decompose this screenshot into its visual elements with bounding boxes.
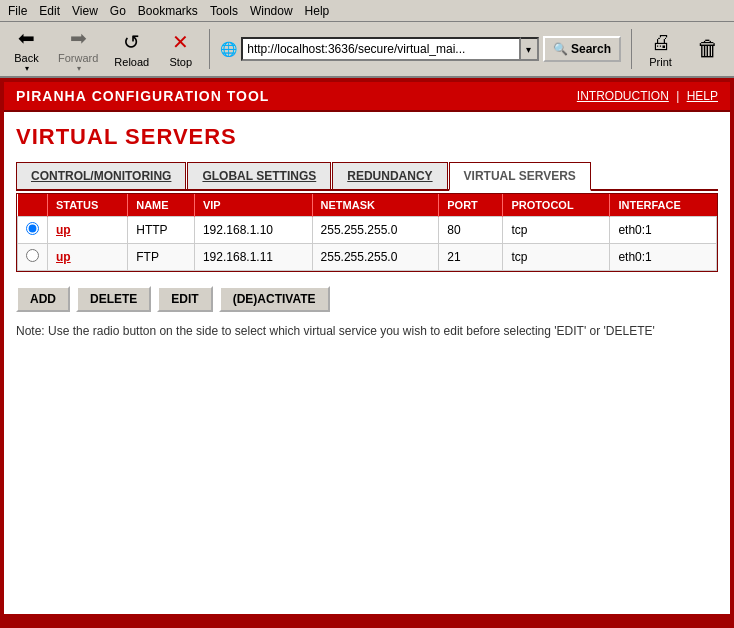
add-button[interactable]: ADD — [16, 286, 70, 312]
menubar: File Edit View Go Bookmarks Tools Window… — [0, 0, 734, 22]
intro-link[interactable]: INTRODUCTION — [577, 89, 669, 103]
brand-name: PIRANHA — [16, 88, 87, 104]
trash-icon: 🗑 — [697, 36, 719, 62]
menu-edit[interactable]: Edit — [33, 2, 66, 20]
virtual-servers-table: STATUS NAME VIP NETMASK PORT PROTOCOL IN… — [17, 194, 717, 271]
trash-button[interactable]: 🗑 — [685, 25, 730, 73]
page-content: VIRTUAL SERVERS CONTROL/MONITORING GLOBA… — [4, 112, 730, 614]
col-radio — [18, 194, 48, 217]
action-buttons: ADD DELETE EDIT (DE)ACTIVATE — [16, 286, 718, 312]
cell-name: FTP — [128, 244, 195, 271]
table-row: up FTP 192.168.1.11 255.255.255.0 21 tcp… — [18, 244, 717, 271]
stop-label: Stop — [169, 56, 192, 68]
back-label: Back — [14, 52, 38, 64]
cell-port: 80 — [439, 217, 503, 244]
menu-help[interactable]: Help — [299, 2, 336, 20]
link-separator: | — [676, 89, 679, 103]
toolbar-separator-2 — [631, 29, 632, 69]
tab-global-settings[interactable]: GLOBAL SETTINGS — [187, 162, 331, 189]
app-title: PIRANHA CONFIGURATION TOOL — [16, 88, 269, 104]
cell-name: HTTP — [128, 217, 195, 244]
col-interface: INTERFACE — [610, 194, 717, 217]
help-link[interactable]: HELP — [687, 89, 718, 103]
cell-protocol: tcp — [503, 217, 610, 244]
stop-icon: ✕ — [172, 30, 189, 54]
menu-go[interactable]: Go — [104, 2, 132, 20]
title-rest: CONFIGURATION TOOL — [87, 88, 270, 104]
back-arrow-icon: ▾ — [25, 64, 29, 73]
menu-tools[interactable]: Tools — [204, 2, 244, 20]
note-text: Note: Use the radio button on the side t… — [16, 322, 718, 340]
menu-bookmarks[interactable]: Bookmarks — [132, 2, 204, 20]
toolbar-separator — [209, 29, 210, 69]
cell-vip: 192.168.1.10 — [194, 217, 312, 244]
virtual-servers-table-container: STATUS NAME VIP NETMASK PORT PROTOCOL IN… — [16, 193, 718, 272]
col-status: STATUS — [48, 194, 128, 217]
cell-interface: eth0:1 — [610, 244, 717, 271]
cell-vip: 192.168.1.11 — [194, 244, 312, 271]
tab-redundancy[interactable]: REDUNDANCY — [332, 162, 447, 189]
row-radio-1[interactable] — [26, 249, 39, 262]
table-row: up HTTP 192.168.1.10 255.255.255.0 80 tc… — [18, 217, 717, 244]
status-value[interactable]: up — [56, 250, 71, 264]
edit-button[interactable]: EDIT — [157, 286, 212, 312]
header-links: INTRODUCTION | HELP — [577, 89, 718, 103]
menu-window[interactable]: Window — [244, 2, 299, 20]
back-icon: ⬅ — [18, 26, 35, 50]
reload-button[interactable]: ↺ Reload — [107, 25, 156, 73]
back-button[interactable]: ⬅ Back ▾ — [4, 25, 49, 73]
radio-cell[interactable] — [18, 217, 48, 244]
forward-button[interactable]: ➡ Forward ▾ — [51, 25, 105, 73]
content-area: PIRANHA CONFIGURATION TOOL INTRODUCTION … — [4, 82, 730, 624]
col-name: NAME — [128, 194, 195, 217]
col-netmask: NETMASK — [312, 194, 439, 217]
tab-control-monitoring[interactable]: CONTROL/MONITORING — [16, 162, 186, 189]
col-port: PORT — [439, 194, 503, 217]
address-icon: 🌐 — [220, 41, 237, 57]
tab-virtual-servers[interactable]: VIRTUAL SERVERS — [449, 162, 591, 191]
addressbar: 🌐 ▾ 🔍 Search — [220, 35, 621, 63]
status-value[interactable]: up — [56, 223, 71, 237]
cell-interface: eth0:1 — [610, 217, 717, 244]
col-vip: VIP — [194, 194, 312, 217]
search-label: Search — [571, 42, 611, 56]
print-icon: 🖨 — [651, 31, 671, 54]
print-button[interactable]: 🖨 Print — [638, 25, 683, 73]
forward-label: Forward — [58, 52, 98, 64]
print-label: Print — [649, 56, 672, 68]
address-dropdown[interactable]: ▾ — [521, 37, 539, 61]
page-title: VIRTUAL SERVERS — [16, 124, 718, 150]
radio-cell[interactable] — [18, 244, 48, 271]
reload-icon: ↺ — [123, 30, 140, 54]
search-icon: 🔍 — [553, 42, 568, 56]
delete-button[interactable]: DELETE — [76, 286, 151, 312]
search-button[interactable]: 🔍 Search — [543, 36, 621, 62]
stop-button[interactable]: ✕ Stop — [158, 25, 203, 73]
toolbar: ⬅ Back ▾ ➡ Forward ▾ ↺ Reload ✕ Stop 🌐 ▾… — [0, 22, 734, 78]
cell-port: 21 — [439, 244, 503, 271]
col-protocol: PROTOCOL — [503, 194, 610, 217]
forward-icon: ➡ — [70, 26, 87, 50]
cell-status: up — [48, 244, 128, 271]
address-input[interactable] — [241, 37, 521, 61]
forward-arrow-icon: ▾ — [77, 64, 81, 73]
header-bar: PIRANHA CONFIGURATION TOOL INTRODUCTION … — [4, 82, 730, 112]
menu-file[interactable]: File — [2, 2, 33, 20]
menu-view[interactable]: View — [66, 2, 104, 20]
cell-status: up — [48, 217, 128, 244]
main-wrapper: PIRANHA CONFIGURATION TOOL INTRODUCTION … — [0, 78, 734, 628]
reload-label: Reload — [114, 56, 149, 68]
deactivate-button[interactable]: (DE)ACTIVATE — [219, 286, 330, 312]
cell-protocol: tcp — [503, 244, 610, 271]
row-radio-0[interactable] — [26, 222, 39, 235]
cell-netmask: 255.255.255.0 — [312, 217, 439, 244]
nav-tabs: CONTROL/MONITORING GLOBAL SETTINGS REDUN… — [16, 162, 718, 191]
cell-netmask: 255.255.255.0 — [312, 244, 439, 271]
